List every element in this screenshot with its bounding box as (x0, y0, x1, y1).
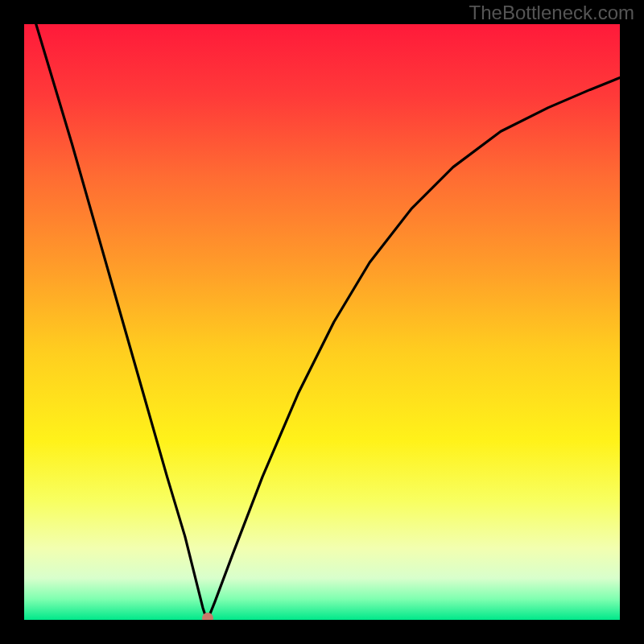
optimum-marker (202, 613, 213, 620)
chart-frame: TheBottleneck.com (0, 0, 644, 644)
bottleneck-curve (24, 24, 620, 620)
watermark-text: TheBottleneck.com (469, 2, 634, 24)
plot-area (24, 24, 620, 620)
